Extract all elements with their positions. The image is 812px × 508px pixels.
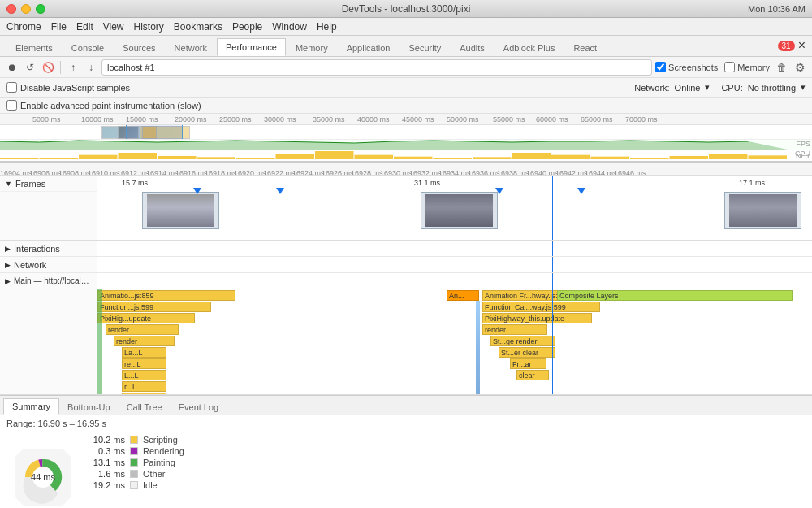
network-arrow-icon: ▶ [5, 261, 11, 269]
tab-network[interactable]: Network [166, 39, 216, 56]
menu-help[interactable]: Help [317, 21, 337, 33]
detail-tick-11: 16924 ms [292, 169, 325, 176]
record-button[interactable]: ⏺ [5, 60, 19, 75]
detail-tick-2: 16906 ms [29, 169, 62, 176]
flame-block-r9[interactable]: r...L [122, 393, 166, 394]
flame-block-function-2[interactable]: Function Cal...way.js:599 [482, 302, 600, 312]
flame-block-pixihig-1[interactable]: PixiHig...update [97, 313, 195, 323]
upload-button[interactable]: ↑ [66, 60, 80, 75]
ruler-tick-14: 70000 ms [625, 115, 658, 124]
flame-block-stage-render[interactable]: St...ge render [490, 336, 555, 346]
flame-block-re[interactable]: re...L [122, 358, 166, 369]
cursor-line-network [552, 257, 553, 272]
detail-tick-13: 16928 ms [351, 169, 383, 176]
menu-view[interactable]: View [103, 21, 124, 33]
flame-block-animation-1[interactable]: Animatio...js:859 [97, 290, 235, 301]
flame-block-pixihig-2[interactable]: PixiHighway_this.update [482, 313, 592, 323]
cpu-row: CPU [0, 150, 812, 159]
flame-block-render-sub-1[interactable]: render [114, 336, 175, 346]
ruler-tick-2: 10000 ms [81, 115, 114, 124]
tab-sources[interactable]: Sources [114, 39, 164, 56]
fps-row: FPS [0, 140, 812, 150]
minimize-button[interactable] [21, 4, 31, 14]
flame-block-clear[interactable]: clear [516, 370, 549, 380]
ruler-tick-11: 55000 ms [493, 115, 525, 124]
memory-checkbox-label[interactable]: Memory [724, 62, 770, 72]
frames-label: Frames [15, 179, 45, 189]
close-button[interactable] [6, 4, 16, 14]
refresh-record-button[interactable]: ↺ [23, 60, 37, 75]
flame-block-an[interactable]: An... [447, 290, 479, 301]
settings-button[interactable]: ⚙ [793, 60, 807, 75]
left-stripe [476, 301, 480, 394]
flame-block-function-1[interactable]: Function...js:599 [97, 302, 211, 312]
separator [60, 61, 61, 74]
disable-js-label[interactable]: Disable JavaScript samples [6, 78, 130, 98]
flame-block-render-1[interactable]: render [106, 324, 179, 335]
delete-button[interactable]: 🗑 [775, 60, 789, 75]
overview-selection[interactable] [126, 125, 183, 140]
pie-center-label: 44 ms [15, 449, 71, 506]
url-text: localhost #1 [107, 63, 155, 72]
menu-edit[interactable]: Edit [76, 21, 93, 33]
cursor-line [552, 176, 553, 240]
cpu-chart [0, 150, 788, 159]
detail-tick-3: 16908 ms [58, 169, 91, 176]
screenshots-checkbox-label[interactable]: Screenshots [655, 62, 718, 72]
tab-call-tree[interactable]: Call Tree [119, 400, 171, 415]
detail-tick-9: 16920 ms [234, 169, 266, 176]
menu-people[interactable]: People [232, 21, 262, 33]
tab-react[interactable]: React [564, 39, 606, 56]
ruler-tick-3: 15000 ms [126, 115, 158, 124]
menu-chrome[interactable]: Chrome [6, 21, 41, 33]
download-button[interactable]: ↓ [84, 60, 98, 75]
tab-application[interactable]: Application [338, 39, 400, 56]
flame-content: Animatio...js:859 An... Animation Fr...h… [97, 289, 812, 394]
flame-block-l[interactable]: L...L [122, 370, 166, 380]
tab-security[interactable]: Security [400, 39, 450, 56]
tab-event-log[interactable]: Event Log [171, 400, 227, 415]
ruler-tick-6: 30000 ms [264, 115, 296, 124]
tab-adblock-plus[interactable]: Adblock Plus [495, 39, 564, 56]
flame-block-composite[interactable]: Composite Layers [557, 290, 793, 301]
memory-checkbox[interactable] [724, 62, 735, 72]
tab-performance[interactable]: Performance [217, 38, 286, 56]
main-arrow-icon: ▶ [5, 277, 11, 285]
tab-audits[interactable]: Audits [451, 39, 494, 56]
disable-js-checkbox[interactable] [6, 82, 17, 93]
tab-summary[interactable]: Summary [3, 398, 59, 415]
menu-history[interactable]: History [134, 21, 164, 33]
frame-marker-2 [276, 188, 284, 194]
flame-block-la[interactable]: La...L [122, 347, 166, 358]
network-dropdown-arrow[interactable]: ▾ [705, 82, 710, 93]
enable-paint-label[interactable]: Enable advanced paint instrumentation (s… [6, 100, 201, 111]
ruler-tick-10: 50000 ms [447, 115, 479, 124]
interactions-label: Interactions [14, 244, 60, 254]
tab-console[interactable]: Console [63, 39, 113, 56]
flame-block-r8[interactable]: r...L [122, 381, 166, 392]
close-devtools-button[interactable]: × [798, 38, 806, 53]
screenshots-checkbox[interactable] [655, 62, 666, 72]
ruler-tick-5: 25000 ms [219, 115, 252, 124]
stat-label-painting: Painting [143, 458, 175, 467]
menu-window[interactable]: Window [272, 21, 307, 33]
flame-block-ster-clear[interactable]: St...er clear [499, 347, 555, 358]
detail-tick-18: 16938 ms [497, 169, 529, 176]
tab-memory[interactable]: Memory [287, 39, 337, 56]
enable-paint-checkbox[interactable] [6, 100, 17, 111]
flame-block-render-2[interactable]: render [482, 324, 547, 335]
frame-marker-1 [193, 188, 201, 194]
menu-file[interactable]: File [51, 21, 67, 33]
tab-bottom-up[interactable]: Bottom-Up [59, 400, 119, 415]
flame-block-frar[interactable]: Fr...ar [510, 358, 546, 369]
ruler-tick-12: 60000 ms [536, 115, 568, 124]
menu-bookmarks[interactable]: Bookmarks [174, 21, 222, 33]
tab-elements[interactable]: Elements [6, 39, 62, 56]
titlebar: DevTools - localhost:3000/pixi Mon 10:36… [0, 0, 812, 18]
maximize-button[interactable] [36, 4, 45, 14]
frame-screenshot-1 [142, 192, 219, 229]
clear-button[interactable]: 🚫 [41, 60, 55, 75]
ruler-tick-4: 20000 ms [175, 115, 207, 124]
cpu-dropdown-arrow[interactable]: ▾ [801, 82, 806, 93]
frame-marker-3 [495, 188, 503, 194]
